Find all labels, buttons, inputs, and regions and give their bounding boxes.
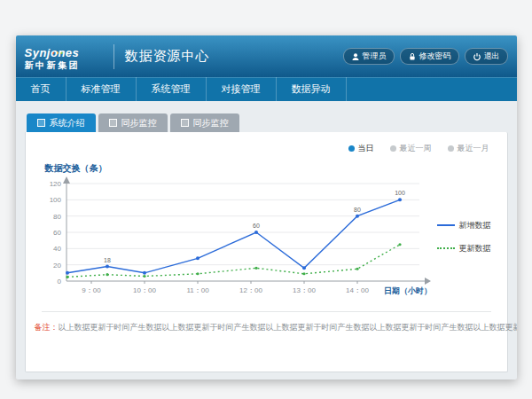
line-chart: 0204060801001209：0010：0011：0012：0013：001…: [35, 176, 434, 297]
tab-system-intro[interactable]: 系统介绍: [27, 113, 96, 132]
svg-text:40: 40: [53, 245, 61, 253]
filter-last-week[interactable]: 最近一周: [390, 143, 432, 154]
svg-text:100: 100: [49, 196, 61, 204]
tab-label: 同步监控: [121, 117, 157, 129]
nav-item-home[interactable]: 首页: [16, 77, 66, 101]
brand-name: Synjones: [25, 47, 110, 59]
svg-text:0: 0: [57, 278, 61, 286]
action-label: 管理员: [363, 51, 387, 62]
filter-label: 当日: [358, 143, 374, 154]
header-actions: 管理员 修改密码 退出: [343, 48, 508, 65]
header-divider: [113, 44, 114, 69]
svg-text:14：00: 14：00: [346, 286, 369, 294]
svg-text:60: 60: [253, 223, 260, 229]
svg-text:100: 100: [395, 190, 405, 196]
brand-logo: Synjones 新中新集团: [25, 43, 110, 70]
user-icon: [351, 52, 360, 61]
legend-item-updated-data: 更新数据: [437, 243, 491, 254]
filter-last-month[interactable]: 最近一月: [448, 143, 489, 154]
legend-item-new-data: 新增数据: [437, 220, 491, 231]
main-nav: 首页 标准管理 系统管理 对接管理 数据异动: [16, 77, 517, 101]
footnote-label: 备注：: [35, 323, 59, 332]
tab-icon: [37, 119, 45, 127]
content-area: 系统介绍 同步监控 同步监控 当日 最近一周: [16, 101, 517, 379]
legend-label: 新增数据: [459, 220, 491, 231]
svg-text:60: 60: [53, 229, 61, 237]
power-icon: [473, 52, 481, 61]
svg-text:20: 20: [53, 262, 61, 270]
tab-sync-monitor-2[interactable]: 同步监控: [170, 113, 239, 132]
dot-icon: [448, 145, 454, 152]
range-filters: 当日 最近一周 最近一月: [35, 139, 498, 154]
filter-today[interactable]: 当日: [348, 143, 374, 154]
nav-item-data-change[interactable]: 数据异动: [277, 77, 347, 101]
app-window: Synjones 新中新集团 数据资源中心 管理员 修改密码: [16, 35, 517, 379]
filter-label: 最近一月: [458, 143, 489, 154]
page-title: 数据资源中心: [125, 48, 210, 65]
tab-sync-monitor-1[interactable]: 同步监控: [98, 113, 168, 132]
line-swatch-icon: [437, 224, 455, 226]
chart-row: 0204060801001209：0010：0011：0012：0013：001…: [35, 176, 498, 297]
tab-label: 系统介绍: [50, 117, 85, 129]
svg-text:11：00: 11：00: [186, 286, 209, 294]
svg-text:120: 120: [49, 180, 61, 188]
filter-label: 最近一周: [400, 143, 432, 154]
svg-text:80: 80: [354, 207, 361, 213]
svg-text:9：00: 9：00: [82, 286, 101, 294]
tab-bar: 系统介绍 同步监控 同步监控: [27, 113, 508, 132]
nav-item-system-mgmt[interactable]: 系统管理: [137, 77, 207, 101]
tab-label: 同步监控: [193, 117, 229, 129]
svg-text:日期（小时）: 日期（小时）: [384, 286, 432, 295]
svg-text:12：00: 12：00: [239, 286, 262, 294]
line-swatch-icon: [437, 247, 455, 249]
svg-text:13：00: 13：00: [293, 286, 316, 294]
dot-icon: [348, 145, 355, 152]
company-name: 新中新集团: [25, 61, 110, 70]
tab-icon: [109, 119, 117, 127]
footnote: 备注：以上数据更新于时间产生数据以上数据更新于时间产生数据以上数据更新于时间产生…: [35, 322, 498, 333]
series-legend: 新增数据 更新数据: [437, 220, 491, 254]
nav-item-standard-mgmt[interactable]: 标准管理: [66, 77, 137, 101]
svg-text:10：00: 10：00: [133, 286, 156, 294]
action-label: 修改密码: [419, 51, 451, 62]
action-label: 退出: [484, 51, 500, 62]
change-password-button[interactable]: 修改密码: [400, 48, 459, 65]
admin-user-button[interactable]: 管理员: [343, 48, 395, 65]
tab-icon: [181, 119, 189, 127]
chart-panel: 当日 最近一周 最近一月 数据交换（条） 0204060801001209：00…: [25, 132, 508, 372]
divider: [42, 311, 491, 312]
app-header: Synjones 新中新集团 数据资源中心 管理员 修改密码: [16, 35, 517, 77]
svg-text:18: 18: [104, 257, 111, 263]
dot-icon: [390, 145, 396, 152]
legend-label: 更新数据: [459, 243, 491, 254]
logout-button[interactable]: 退出: [465, 48, 508, 65]
svg-text:80: 80: [53, 213, 61, 221]
chart-y-axis-title: 数据交换（条）: [45, 162, 498, 175]
nav-item-integration-mgmt[interactable]: 对接管理: [207, 77, 277, 101]
lock-icon: [408, 52, 417, 61]
footnote-text: 以上数据更新于时间产生数据以上数据更新于时间产生数据以上数据更新于时间产生数据以…: [59, 323, 517, 332]
